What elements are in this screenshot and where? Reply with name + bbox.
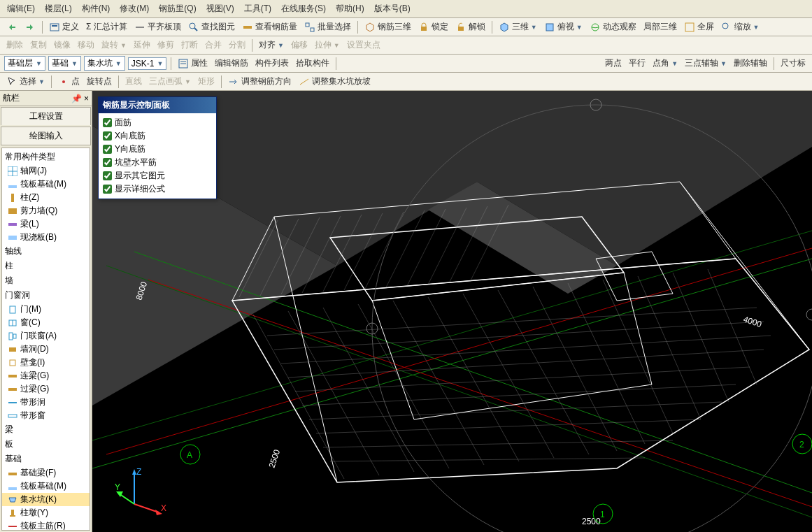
group-foundation[interactable]: 基础	[2, 452, 90, 466]
menu-tools[interactable]: 工具(T)	[240, 1, 276, 16]
copy-btn[interactable]: 复制	[27, 38, 50, 52]
viewport[interactable]: 8000 2500 2500 4000 A 1 2 钢筋显示控制面板 面筋 X向…	[92, 91, 812, 532]
menu-floor[interactable]: 楼层(L)	[41, 1, 76, 16]
point-btn[interactable]: 点	[55, 74, 83, 89]
lock-btn[interactable]: 锁定	[415, 20, 451, 34]
menu-component[interactable]: 构件(N)	[78, 1, 115, 16]
line-btn[interactable]: 直线	[122, 74, 145, 89]
fullscreen-btn[interactable]: 全屏	[681, 20, 717, 34]
auxaxis-btn[interactable]: 三点辅轴▼	[682, 56, 729, 71]
tab-draw[interactable]: 绘图输入	[1, 127, 91, 145]
split-btn[interactable]: 分割	[226, 38, 248, 52]
rotpoint-btn[interactable]: 旋转点	[84, 74, 115, 89]
flat-btn[interactable]: 平齐板顶	[131, 20, 184, 34]
offset-btn[interactable]: 偏移	[288, 38, 311, 52]
tree-pier[interactable]: 柱墩(Y)	[2, 506, 90, 519]
tree-stripopen[interactable]: 带形洞	[2, 396, 90, 409]
topview-btn[interactable]: 俯视▼	[541, 20, 585, 34]
menu-online[interactable]: 在线服务(S)	[277, 1, 330, 16]
delaux-btn[interactable]: 删除辅轴	[731, 56, 770, 71]
tree-beam[interactable]: 梁(L)	[2, 217, 90, 231]
local3d-btn[interactable]: 局部三维	[641, 20, 680, 34]
type-select[interactable]: 集水坑▼	[84, 56, 125, 71]
check-show-other[interactable]: 显示其它图元	[101, 169, 213, 182]
tree-axisgrid[interactable]: 轴网(J)	[2, 164, 90, 178]
tree-lintel[interactable]: 连梁(G)	[2, 369, 90, 382]
rotate-btn[interactable]: 旋转▼	[99, 38, 129, 52]
layer-select[interactable]: 基础层▼	[4, 56, 45, 71]
tree-sump[interactable]: 集水坑(K)	[2, 493, 90, 506]
select-btn[interactable]: 选择▼	[3, 74, 48, 89]
list-btn[interactable]: 构件列表	[252, 56, 292, 71]
align-btn[interactable]: 对齐▼	[256, 38, 287, 52]
check-top-rebar[interactable]: 面筋	[101, 116, 213, 129]
rebar-btn[interactable]: 查看钢筋量	[239, 20, 300, 34]
menu-modify[interactable]: 修改(M)	[115, 1, 153, 16]
tree-fbeam[interactable]: 基础梁(F)	[2, 466, 90, 480]
tree-fraft[interactable]: 筏板基础(M)	[2, 480, 90, 493]
group-opening[interactable]: 门窗洞	[2, 288, 90, 303]
rect-btn[interactable]: 矩形	[195, 74, 218, 89]
merge-btn[interactable]: 合并	[202, 38, 225, 52]
trim-btn[interactable]: 修剪	[155, 38, 177, 52]
batch-btn[interactable]: 批量选择	[301, 20, 354, 34]
check-wall-horiz[interactable]: 坑壁水平筋	[101, 156, 213, 169]
check-x-bottom[interactable]: X向底筋	[101, 129, 213, 143]
tree-raftmain[interactable]: 筏板主筋(R)	[2, 519, 90, 531]
rebar-display-panel[interactable]: 钢筋显示控制面板 面筋 X向底筋 Y向底筋 坑壁水平筋 显示其它图元 显示详细公…	[98, 96, 217, 199]
instance-select[interactable]: JSK-1▼	[128, 57, 167, 70]
group-axis[interactable]: 轴线	[2, 244, 90, 259]
check-y-bottom[interactable]: Y向底筋	[101, 143, 213, 156]
menu-help[interactable]: 帮助(H)	[332, 1, 369, 16]
menu-edit[interactable]: 编辑(E)	[3, 1, 39, 16]
stretch-btn[interactable]: 拉伸▼	[312, 38, 343, 52]
menu-rebar[interactable]: 钢筋里(Q)	[155, 1, 200, 16]
tree-door[interactable]: 门(M)	[2, 303, 90, 316]
tree-shearwall[interactable]: 剪力墙(Q)	[2, 204, 90, 217]
tree-lintel2[interactable]: 过梁(G)	[2, 382, 90, 396]
extend-btn[interactable]: 延伸	[131, 38, 153, 52]
tab-project[interactable]: 工程设置	[1, 107, 91, 125]
orbit-btn[interactable]: 动态观察	[587, 20, 639, 34]
dim-btn[interactable]: 尺寸标	[778, 56, 809, 71]
redo-icon[interactable]	[22, 20, 38, 34]
sum-btn[interactable]: Σ 汇总计算	[83, 20, 130, 34]
break-btn[interactable]: 打断	[178, 38, 201, 52]
find-btn[interactable]: 查找图元	[185, 20, 238, 34]
pin-icon[interactable]: 📌	[71, 94, 82, 103]
editrebar-btn[interactable]: 编辑钢筋	[212, 56, 251, 71]
tree-slab[interactable]: 现浇板(B)	[2, 231, 90, 244]
pick-btn[interactable]: 拾取构件	[293, 56, 332, 71]
undo-icon[interactable]	[3, 20, 20, 34]
group-beam[interactable]: 梁	[2, 422, 90, 437]
tree-stripwin[interactable]: 带形窗	[2, 409, 90, 422]
unlock-btn[interactable]: 解锁	[453, 20, 488, 34]
zoom-btn[interactable]: 缩放▼	[718, 20, 762, 34]
properties-btn[interactable]: 属性	[175, 56, 211, 71]
steel3d-btn[interactable]: 钢筋三维	[362, 20, 414, 34]
panel-title[interactable]: 钢筋显示控制面板	[99, 97, 216, 113]
menu-view[interactable]: 视图(V)	[202, 1, 238, 16]
parallel-btn[interactable]: 平行	[626, 56, 648, 71]
tree-doorwindow[interactable]: 门联窗(A)	[2, 329, 90, 343]
category-select[interactable]: 基础▼	[48, 56, 81, 71]
menu-version[interactable]: 版本号(B)	[370, 1, 415, 16]
group-slab[interactable]: 板	[2, 437, 90, 452]
move-btn[interactable]: 移动	[75, 38, 97, 52]
group-column[interactable]: 柱	[2, 259, 90, 273]
tree-window[interactable]: 窗(C)	[2, 316, 90, 329]
delete-btn[interactable]: 删除	[3, 38, 26, 52]
tree-niche[interactable]: 壁龛(I)	[2, 356, 90, 369]
check-show-formula[interactable]: 显示详细公式	[101, 182, 213, 196]
tree-column[interactable]: 柱(Z)	[2, 191, 90, 204]
define-btn[interactable]: 定义	[46, 20, 82, 34]
pointangle-btn[interactable]: 点角▼	[650, 56, 681, 71]
adjust-dir-btn[interactable]: 调整钢筋方向	[225, 74, 294, 89]
close-icon[interactable]: ×	[84, 94, 89, 103]
tree-wallopen[interactable]: 墙洞(D)	[2, 343, 90, 356]
tree-raft[interactable]: 筏板基础(M)	[2, 178, 90, 191]
3d-btn[interactable]: 三维▼	[496, 20, 540, 34]
twopoint-btn[interactable]: 两点	[602, 56, 625, 71]
setpoint-btn[interactable]: 设置夹点	[344, 38, 383, 52]
mirror-btn[interactable]: 镜像	[51, 38, 73, 52]
